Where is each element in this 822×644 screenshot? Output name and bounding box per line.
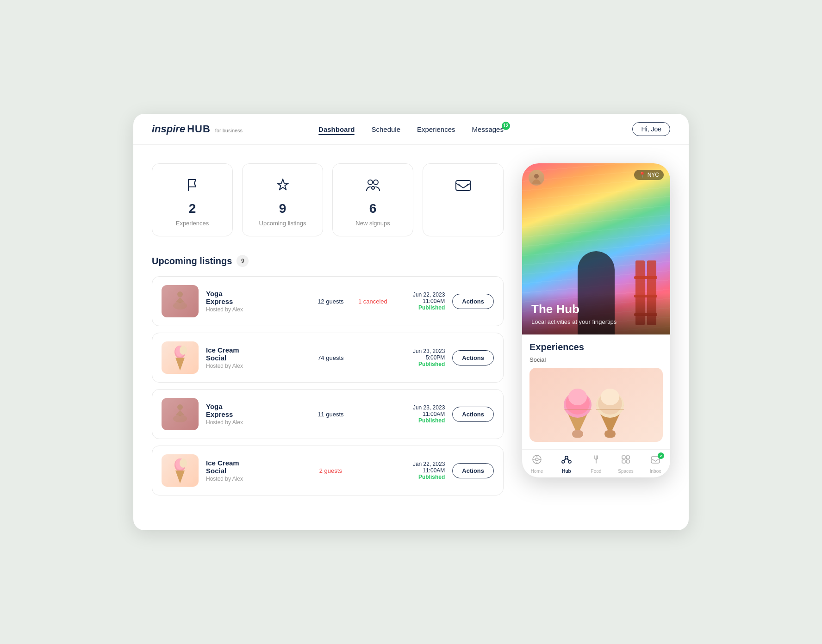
- svg-point-16: [534, 174, 539, 179]
- listing-date-text-1: Jun 22, 202311:00AM: [399, 291, 445, 304]
- logo-inspire: inspire: [152, 123, 185, 135]
- svg-point-30: [536, 458, 538, 461]
- listing-name-2: Ice CreamSocial: [206, 346, 307, 362]
- listing-name-1: YogaExpress: [206, 290, 307, 305]
- listing-card-1: YogaExpress Hosted by Alex 12 guests 1 c…: [152, 276, 504, 326]
- listing-info-3: YogaExpress Hosted by Alex: [206, 402, 307, 426]
- listing-status-3: Published: [399, 417, 445, 424]
- listing-card-4: Ice CreamSocial Hosted by Alex 2 guests …: [152, 446, 504, 495]
- actions-button-3[interactable]: Actions: [452, 407, 494, 422]
- svg-point-0: [368, 180, 373, 185]
- listing-status-4: Published: [399, 474, 445, 480]
- stat-number-listings: 9: [279, 201, 286, 216]
- phone-nav-hub-label: Hub: [562, 469, 571, 474]
- actions-button-2[interactable]: Actions: [452, 350, 494, 365]
- listing-date-1: Jun 22, 202311:00AM Published: [399, 291, 445, 311]
- listing-image-yoga-2: [162, 398, 199, 430]
- left-panel: 2 Experiences 9 Upcoming listings: [152, 163, 504, 502]
- users-icon: [364, 177, 382, 196]
- logo-hub: HUB: [187, 123, 211, 135]
- svg-point-1: [374, 180, 378, 185]
- phone-nav-home[interactable]: Home: [522, 454, 552, 474]
- home-icon: [532, 454, 542, 467]
- listing-host-1: Hosted by Alex: [206, 306, 307, 313]
- stat-number-signups: 6: [369, 201, 377, 216]
- listing-image-yoga-1: [162, 285, 199, 317]
- section-header: Upcoming listings 9: [152, 255, 504, 267]
- phone-bottom-nav: Home Hub: [522, 449, 670, 477]
- listing-date-2: Jun 23, 20235:00PM Published: [399, 348, 445, 367]
- svg-rect-28: [604, 430, 616, 438]
- phone-experiences: Experiences Social: [522, 334, 670, 449]
- phone-mockup: 📍 NYC The Hub Local activities at your f…: [522, 163, 670, 477]
- listing-info-4: Ice CreamSocial Hosted by Alex: [206, 459, 307, 482]
- phone-nav-food-label: Food: [591, 469, 602, 474]
- svg-rect-47: [626, 460, 629, 463]
- svg-point-11: [177, 404, 183, 410]
- hub-icon: [561, 454, 572, 467]
- phone-exp-image: [529, 368, 663, 442]
- nav-dashboard[interactable]: Dashboard: [318, 125, 355, 133]
- listing-image-icecream-2: [162, 454, 199, 487]
- svg-point-24: [601, 389, 619, 405]
- phone-nav-inbox-label: Inbox: [650, 469, 661, 474]
- location-text: NYC: [648, 172, 659, 178]
- phone-hero-subtitle: Local activities at your fingertips: [531, 318, 661, 325]
- svg-point-15: [180, 458, 187, 468]
- svg-rect-46: [622, 460, 625, 463]
- content-area: 2 Experiences 9 Upcoming listings: [133, 145, 689, 520]
- right-panel: 📍 NYC The Hub Local activities at your f…: [522, 163, 670, 502]
- stat-card-experiences: 2 Experiences: [152, 163, 233, 236]
- listing-guests-2: 74 guests: [314, 354, 347, 361]
- main-container: inspireHUB for business Dashboard Schedu…: [133, 114, 689, 530]
- inbox-badge-container: 2: [650, 454, 660, 467]
- svg-line-38: [563, 459, 567, 460]
- listings-count-badge: 9: [237, 255, 249, 267]
- listing-card-3: YogaExpress Hosted by Alex 11 guests Jun…: [152, 389, 504, 439]
- svg-point-2: [372, 186, 374, 189]
- listing-canceled-1: 1 canceled: [354, 298, 391, 305]
- phone-nav-hub[interactable]: Hub: [552, 454, 581, 474]
- phone-nav-food[interactable]: Food: [581, 454, 611, 474]
- phone-experiences-title: Experiences: [529, 342, 663, 353]
- nav-schedule[interactable]: Schedule: [371, 125, 400, 133]
- svg-point-37: [568, 460, 571, 463]
- phone-hero-title: The Hub: [531, 302, 661, 316]
- navbar: inspireHUB for business Dashboard Schedu…: [133, 114, 689, 145]
- spaces-icon: [621, 454, 631, 467]
- star-icon: [274, 177, 291, 196]
- email-icon: [454, 177, 473, 196]
- stat-label-signups: New signups: [355, 220, 390, 227]
- stat-card-signups: 6 New signups: [332, 163, 413, 236]
- svg-point-35: [565, 456, 568, 459]
- listing-status-2: Published: [399, 361, 445, 367]
- svg-point-5: [177, 291, 183, 297]
- nav-links: Dashboard Schedule Experiences Messages …: [318, 125, 504, 133]
- listing-info-2: Ice CreamSocial Hosted by Alex: [206, 346, 307, 369]
- svg-marker-8: [175, 358, 185, 371]
- actions-button-1[interactable]: Actions: [452, 294, 494, 309]
- location-pin-icon: 📍: [639, 172, 646, 178]
- phone-nav-spaces[interactable]: Spaces: [611, 454, 641, 474]
- logo: inspireHUB for business: [152, 123, 318, 135]
- phone-nav-inbox[interactable]: 2 Inbox: [641, 454, 670, 474]
- greeting-button[interactable]: Hi, Joe: [632, 122, 670, 136]
- listing-date-text-2: Jun 23, 20235:00PM: [399, 348, 445, 361]
- listing-guests-1: 12 guests: [314, 298, 347, 305]
- actions-button-4[interactable]: Actions: [452, 463, 494, 478]
- nav-experiences[interactable]: Experiences: [417, 125, 455, 133]
- logo-forbiz: for business: [215, 128, 243, 133]
- listing-date-text-4: Jan 22, 202311:00AM: [399, 461, 445, 474]
- listing-date-4: Jan 22, 202311:00AM Published: [399, 461, 445, 480]
- stat-label-listings: Upcoming listings: [259, 220, 306, 227]
- listing-name-3: YogaExpress: [206, 402, 307, 418]
- phone-location: 📍 NYC: [634, 170, 664, 180]
- nav-messages[interactable]: Messages 12: [472, 125, 504, 133]
- phone-avatar: [529, 170, 544, 186]
- listing-host-4: Hosted by Alex: [206, 476, 307, 482]
- svg-rect-44: [622, 456, 625, 459]
- food-icon: [591, 454, 601, 467]
- flag-icon: [184, 177, 201, 196]
- listing-guests-3: 11 guests: [314, 411, 347, 418]
- listing-host-2: Hosted by Alex: [206, 363, 307, 369]
